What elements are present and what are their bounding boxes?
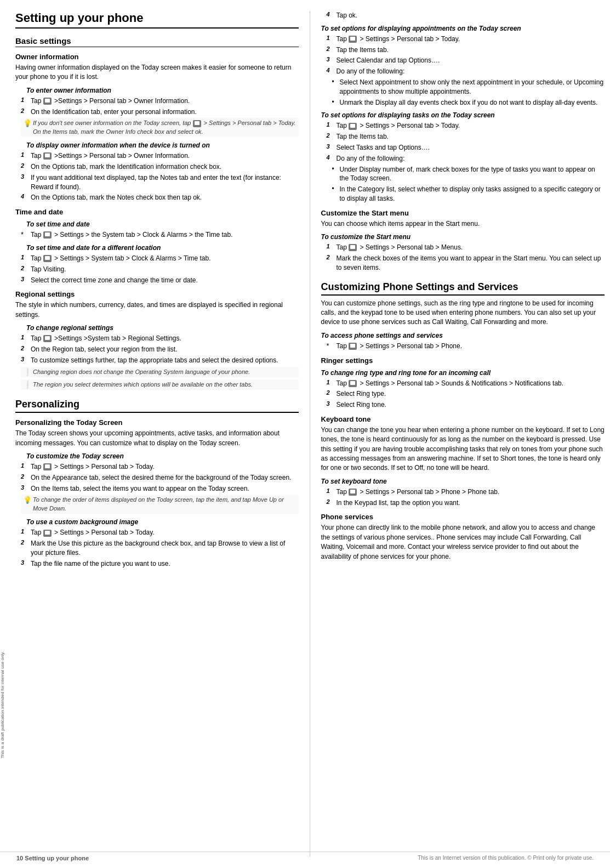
list-item: • In the Category list, select whether t… — [332, 185, 605, 203]
list-item: 2 On the Identification tab, enter your … — [21, 107, 299, 117]
phone-services-intro: Your phone can directly link to the mobi… — [321, 523, 605, 561]
heading-set-appointments: To set options for displaying appointmen… — [321, 25, 605, 32]
warning-icon2: ❕ — [23, 381, 33, 389]
subsection-ringer: Ringer settings — [321, 356, 605, 365]
heading-display-owner: To display owner information when the de… — [26, 141, 299, 149]
subsection-owner: Owner information — [15, 53, 299, 61]
phone-icon — [43, 530, 52, 537]
section-personalizing: Personalizing — [15, 399, 299, 413]
side-label-text: This is a draft publication intended for… — [0, 651, 10, 758]
heading-set-time-location: To set time and date for a different loc… — [26, 244, 299, 252]
regional-note2: ❕ The region you select determines which… — [21, 379, 299, 390]
list-item: 3 Select the correct time zone and chang… — [21, 276, 299, 285]
heading-custom-bg: To use a custom background image — [26, 518, 299, 526]
list-item: 1 Tap > Settings > System tab > Clock & … — [21, 254, 299, 263]
note-icon: 💡 — [23, 119, 33, 136]
list-item: 2 On the Region tab, select your region … — [21, 345, 299, 354]
phone-icon — [43, 231, 52, 239]
subsection-time: Time and date — [15, 208, 299, 216]
warning-icon: ❕ — [23, 368, 33, 376]
list-item: 4 Do any of the following: — [327, 154, 605, 163]
today-intro: The Today screen shows your upcoming app… — [15, 429, 299, 448]
list-item: 3 Tap the file name of the picture you w… — [21, 559, 299, 569]
list-item: 2 Select Ring type. — [327, 389, 605, 399]
heading-set-time: To set time and date — [26, 220, 299, 228]
owner-intro: Having owner information displayed on th… — [15, 63, 299, 82]
heading-set-keyboard: To set keyboard tone — [321, 478, 605, 485]
heading-access-phone: To access phone settings and services — [321, 332, 605, 339]
list-item: * Tap > Settings > Personal tab > Phone. — [327, 342, 605, 351]
list-item: 1 Tap > Settings > Personal tab > Today. — [21, 528, 299, 537]
list-item: 1 Tap >Settings > Personal tab > Owner I… — [21, 97, 299, 106]
list-item: 3 If you want additional text displayed,… — [21, 173, 299, 192]
footer: 10 Setting up your phone This is an Inte… — [0, 852, 610, 861]
phone-icon — [43, 98, 52, 105]
subsection-today: Personalizing the Today Screen — [15, 418, 299, 427]
list-item: 1 Tap > Settings > Personal tab > Sounds… — [327, 379, 605, 388]
side-label: This is a draft publication intended for… — [0, 0, 10, 868]
list-item: 3 Select Tasks and tap Options…. — [327, 143, 605, 152]
list-item: 3 Select Calendar and tap Options…. — [327, 56, 605, 65]
heading-customize-today: To customize the Today screen — [26, 452, 299, 460]
list-item: • Select Next appointment to show only t… — [332, 78, 605, 97]
footer-left: 10 Setting up your phone — [16, 855, 89, 861]
heading-change-regional: To change regional settings — [26, 324, 299, 332]
list-item: 1 Tap >Settings >System tab > Regional S… — [21, 334, 299, 343]
list-item: 2 Tap the Items tab. — [327, 132, 605, 141]
section-customizing: Customizing Phone Settings and Services — [321, 281, 605, 296]
left-column: Setting up your phone Basic settings Own… — [15, 11, 310, 857]
regional-note1: ❕ Changing region does not change the Op… — [21, 367, 299, 377]
phone-icon — [349, 343, 357, 350]
step4-tapok: 4 Tap ok. — [327, 11, 605, 20]
list-item: 4 Do any of the following: — [327, 67, 605, 76]
heading-enter-owner: To enter owner information — [26, 87, 299, 94]
subsection-start: Customize the Start menu — [321, 209, 605, 217]
list-item: * Tap > Settings > the System tab > Cloc… — [21, 230, 299, 240]
regional-intro: The style in which numbers, currency, da… — [15, 300, 299, 320]
phone-icon — [349, 244, 357, 251]
list-item: 1 Tap > Settings > Personal tab > Today. — [327, 35, 605, 44]
list-item: 2 Mark the Use this picture as the backg… — [21, 539, 299, 558]
phone-icon — [43, 255, 52, 262]
page-container: This is a draft publication intended for… — [0, 0, 610, 868]
list-item: 3 Select Ring tone. — [327, 400, 605, 410]
list-item: 1 Tap > Settings > Personal tab > Today. — [327, 121, 605, 131]
list-item: 3 On the Items tab, select the items you… — [21, 484, 299, 493]
list-item: • Unmark the Display all day events chec… — [332, 98, 605, 107]
owner-note: 💡 If you don't see owner information on … — [21, 118, 299, 137]
list-item: 2 On the Appearance tab, select the desi… — [21, 473, 299, 483]
content-area: Setting up your phone Basic settings Own… — [10, 0, 610, 868]
list-item: 1 Tap >Settings > Personal tab > Owner I… — [21, 151, 299, 161]
section-basic-settings: Basic settings — [15, 36, 299, 47]
list-item: 2 Tap the Items tab. — [327, 46, 605, 55]
list-item: 1 Tap > Settings > Personal tab > Today. — [21, 462, 299, 472]
phone-icon-note — [193, 120, 201, 127]
list-item: 2 In the Keypad list, tap the option you… — [327, 498, 605, 508]
keyboard-intro: You can change the tone you hear when en… — [321, 426, 605, 473]
list-item: 1 Tap > Settings > Personal tab > Menus. — [327, 243, 605, 252]
subsection-keyboard: Keyboard tone — [321, 415, 605, 423]
customizing-intro: You can customize phone settings, such a… — [321, 299, 605, 327]
list-item: 2 Mark the check boxes of the items you … — [327, 254, 605, 273]
heading-change-ring: To change ring type and ring tone for an… — [321, 369, 605, 377]
list-item: 3 To customize settings further, tap the… — [21, 356, 299, 365]
heading-set-tasks: To set options for displaying tasks on t… — [321, 111, 605, 119]
phone-icon — [349, 123, 357, 130]
list-item: 4 On the Options tab, mark the Notes che… — [21, 193, 299, 202]
phone-icon — [349, 36, 357, 43]
list-item: • Under Display number of, mark check bo… — [332, 165, 605, 184]
phone-icon — [43, 463, 52, 470]
today-note: 💡 To change the order of items displayed… — [21, 495, 299, 514]
list-item: 1 Tap > Settings > Personal tab > Phone … — [327, 487, 605, 497]
start-intro: You can choose which items appear in the… — [321, 219, 605, 229]
page-title: Setting up your phone — [15, 11, 299, 29]
subsection-phone-services: Phone services — [321, 513, 605, 521]
tip-icon: 💡 — [23, 496, 33, 513]
phone-icon — [43, 152, 52, 160]
footer-right: This is an Internet version of this publ… — [418, 855, 594, 861]
phone-icon — [43, 335, 52, 342]
phone-icon — [349, 380, 357, 387]
heading-customize-start: To customize the Start menu — [321, 233, 605, 241]
subsection-regional: Regional settings — [15, 290, 299, 298]
phone-icon — [349, 489, 357, 496]
